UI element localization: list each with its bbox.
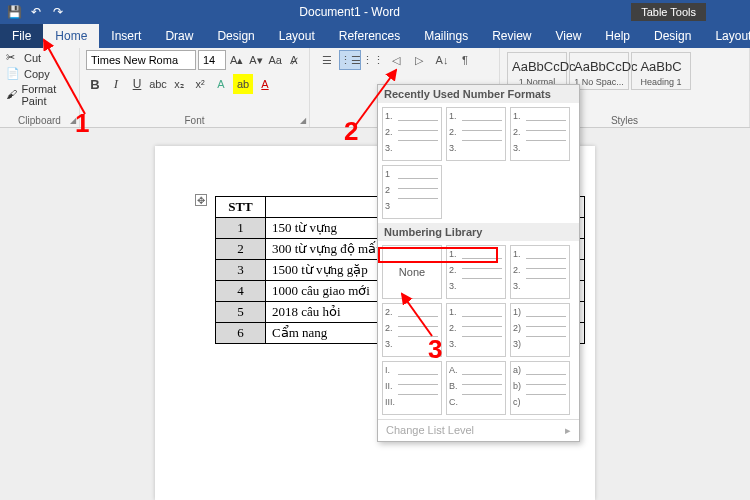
document-title: Document1 - Word	[68, 5, 631, 19]
numbering-option[interactable]: I.II.III.	[382, 361, 442, 415]
scissors-icon: ✂	[6, 51, 20, 65]
numbering-dropdown: Recently Used Number Formats 1.2.3.1.2.3…	[377, 84, 580, 442]
arrow-1	[40, 36, 90, 116]
svg-line-2	[402, 294, 432, 336]
tab-design[interactable]: Design	[205, 24, 266, 48]
annotation-2: 2	[344, 116, 358, 147]
numbering-option[interactable]: 1.2.3.	[446, 107, 506, 161]
numbering-option[interactable]: 123	[382, 165, 442, 219]
tab-references[interactable]: References	[327, 24, 412, 48]
recent-formats-grid: 1.2.3.1.2.3.1.2.3.123	[378, 103, 579, 223]
redo-icon[interactable]: ↷	[48, 2, 68, 22]
font-name-select[interactable]	[86, 50, 196, 70]
undo-icon[interactable]: ↶	[26, 2, 46, 22]
annotation-1: 1	[75, 108, 89, 139]
tab-table-design[interactable]: Design	[642, 24, 703, 48]
tab-file[interactable]: File	[0, 24, 43, 48]
tab-view[interactable]: View	[544, 24, 594, 48]
highlight-box-library	[378, 247, 498, 263]
tab-layout[interactable]: Layout	[267, 24, 327, 48]
tab-mailings[interactable]: Mailings	[412, 24, 480, 48]
numbering-option[interactable]: 1.2.3.	[446, 303, 506, 357]
strike-button[interactable]: abc	[149, 74, 167, 94]
titlebar: 💾 ↶ ↷ Document1 - Word Table Tools	[0, 0, 750, 24]
superscript-button[interactable]: x²	[191, 74, 209, 94]
numbering-option[interactable]: a)b)c)	[510, 361, 570, 415]
menubar: File Home Insert Draw Design Layout Refe…	[0, 24, 750, 48]
change-case-icon[interactable]: Aa	[267, 50, 284, 70]
copy-icon: 📄	[6, 67, 20, 81]
show-marks-icon[interactable]: ¶	[454, 50, 476, 70]
change-list-level: Change List Level▸	[378, 419, 579, 441]
subscript-button[interactable]: x₂	[170, 74, 188, 94]
dropdown-header-library: Numbering Library	[378, 223, 579, 241]
shrink-font-icon[interactable]: A▾	[247, 50, 264, 70]
text-effects-icon[interactable]: A	[212, 74, 230, 94]
font-size-select[interactable]	[198, 50, 226, 70]
table-tools-tab: Table Tools	[631, 3, 706, 21]
font-color-icon[interactable]: A	[256, 74, 274, 94]
tab-review[interactable]: Review	[480, 24, 543, 48]
annotation-3: 3	[428, 334, 442, 365]
numbering-option[interactable]: 1.2.3.	[510, 107, 570, 161]
numbering-option[interactable]: 1)2)3)	[510, 303, 570, 357]
quick-access-toolbar: 💾 ↶ ↷	[4, 2, 68, 22]
tab-draw[interactable]: Draw	[153, 24, 205, 48]
numbering-option[interactable]: 1.2.3.	[510, 245, 570, 299]
chevron-right-icon: ▸	[565, 424, 571, 437]
paintbrush-icon: 🖌	[6, 88, 17, 102]
style-item[interactable]: AaBbCHeading 1	[631, 52, 691, 90]
grow-font-icon[interactable]: A▴	[228, 50, 245, 70]
svg-line-1	[355, 70, 396, 126]
tab-insert[interactable]: Insert	[99, 24, 153, 48]
table-move-handle-icon[interactable]: ✥	[195, 194, 207, 206]
dropdown-header-recent: Recently Used Number Formats	[378, 85, 579, 103]
arrow-3	[398, 290, 438, 340]
highlight-icon[interactable]: ab	[233, 74, 253, 94]
svg-line-0	[44, 40, 85, 114]
sort-icon[interactable]: A↓	[431, 50, 453, 70]
save-icon[interactable]: 💾	[4, 2, 24, 22]
numbering-option[interactable]: A.B.C.	[446, 361, 506, 415]
document-area: ✥ STTc1150 từ vựngỉa2300 từ vựng độ mất …	[0, 128, 750, 500]
tab-help[interactable]: Help	[593, 24, 642, 48]
underline-button[interactable]: U	[128, 74, 146, 94]
group-font: A▴ A▾ Aa A̷ B I U abc x₂ x² A ab A Font …	[80, 48, 310, 127]
italic-button[interactable]: I	[107, 74, 125, 94]
increase-indent-icon[interactable]: ▷	[408, 50, 430, 70]
tab-table-layout[interactable]: Layout	[703, 24, 750, 48]
